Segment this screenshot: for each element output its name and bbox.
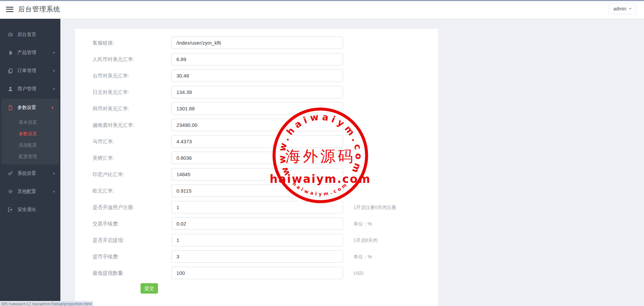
sidebar-item-label: 参数设置 [17,105,52,111]
form-row-service-link: 客服链接: [75,37,438,49]
svg-text:B: B [9,50,12,55]
form-row-gbp-rate: 英镑汇率: [75,152,438,164]
field-label-min-withdraw: 最低提现数量: [93,267,124,279]
form-row-idr-rate: 印尼卢比汇率: [75,169,438,180]
gear-icon [7,189,13,195]
field-hint-trade-fee: 单位：% [354,218,372,230]
sidebar-subitem-add-config[interactable]: 添加配置 [1,140,59,151]
field-label-withdraw-open: 是否开启提现: [93,235,124,246]
trade-fee-field[interactable] [171,217,343,230]
sidebar-item-label: 产品管理 [17,50,53,56]
eur-rate-field[interactable] [171,185,343,197]
form-row-krw-usd-rate: 韩币对美元汇率: [75,103,438,114]
bitcoin-icon: B [7,50,13,56]
sidebar-menu: 后台首页B产品管理订单管理用户管理参数设置基本设置参数设置添加配置配置管理系统设… [0,19,60,219]
sidebar-item-logout[interactable]: 安全退出 [0,201,60,219]
user-menu-button[interactable]: admin [608,3,637,14]
sidebar-group-params: 参数设置基本设置参数设置添加配置配置管理 [1,99,59,164]
sidebar-item-label: 订单管理 [17,68,53,74]
sidebar-item-label: 用户管理 [17,86,53,92]
settings-form-card: 客服链接:人民币对美元汇率:台币对美元汇率:日元对美元汇率:韩币对美元汇率:越南… [75,29,438,306]
field-label-vnd-usd-rate: 越南盾对美元汇率: [93,119,134,131]
status-link-text-highlight: etup/proportion.html [55,302,92,306]
sidebar-item-other[interactable]: 其他配置 [0,183,60,201]
field-label-service-link: 客服链接: [93,37,114,49]
form-row-withdraw-open: 是否开启提现:1开启0关闭 [75,235,438,246]
form-row-register-open: 是否开放用户注册:1开启注册0关闭注册 [75,202,438,213]
sidebar-item-label: 后台首页 [17,32,55,38]
field-label-cny-usd-rate: 人民币对美元汇率: [93,54,134,65]
signout-icon [7,207,13,213]
form-row-vnd-usd-rate: 越南盾对美元汇率: [75,119,438,131]
register-open-field[interactable] [171,201,343,213]
chevron-right-icon [53,190,55,193]
sidebar: 后台首页B产品管理订单管理用户管理参数设置基本设置参数设置添加配置配置管理系统设… [0,19,60,306]
field-hint-register-open: 1开启注册0关闭注册 [354,202,396,213]
sidebar-item-label: 安全退出 [17,207,55,213]
field-label-gbp-rate: 英镑汇率: [93,152,114,164]
form-row-withdraw-fee: 提币手续费:单位：% [75,251,438,262]
user-menu-label: admin [613,6,626,11]
sidebar-item-system[interactable]: 系统设置 [0,164,60,183]
sidebar-item-orders[interactable]: 订单管理 [0,62,60,80]
chevron-right-icon [53,172,55,175]
gears-icon [7,171,13,176]
form-row-trade-fee: 交易手续费:单位：% [75,218,438,230]
main-content: 客服链接:人民币对美元汇率:台币对美元汇率:日元对美元汇率:韩币对美元汇率:越南… [60,19,644,306]
service-link-field[interactable] [171,37,343,49]
field-label-eur-rate: 欧元汇率: [93,185,114,197]
sidebar-subitem-basic-settings[interactable]: 基本设置 [1,117,59,128]
field-hint-min-withdraw: USD [354,267,364,279]
submit-button[interactable]: 提交 [141,283,158,294]
chevron-right-icon [53,88,55,90]
jpy-usd-rate-field[interactable] [171,86,343,98]
form-row-twd-usd-rate: 台币对美元汇率: [75,70,438,82]
sidebar-item-label: 其他配置 [17,189,53,195]
myr-rate-field[interactable] [171,135,343,148]
orders-icon [7,68,13,74]
form-row-min-withdraw: 最低提现数量:USD [75,267,438,279]
user-icon [7,86,13,92]
top-accent-line [0,0,644,1]
form-row-jpy-usd-rate: 日元对美元汇率: [75,87,438,98]
gbp-rate-field[interactable] [171,152,343,164]
status-bar-link-preview: 385.haiwaiym12.top/admin/Setup/proportio… [0,301,93,306]
min-withdraw-field[interactable] [171,267,343,279]
idr-rate-field[interactable] [171,168,343,181]
field-label-register-open: 是否开放用户注册: [93,202,134,213]
cny-usd-rate-field[interactable] [171,53,343,65]
field-label-jpy-usd-rate: 日元对美元汇率: [93,87,129,98]
chevron-down-icon [629,8,632,10]
chevron-right-icon [52,106,54,109]
form-row-myr-rate: 马币汇率: [75,136,438,147]
field-hint-withdraw-fee: 单位：% [354,251,372,262]
sidebar-subitem-param-settings[interactable]: 参数设置 [1,128,59,140]
field-hint-withdraw-open: 1开启0关闭 [354,235,378,246]
menu-toggle-icon[interactable] [6,7,13,12]
form-row-eur-rate: 欧元汇率: [75,185,438,197]
vnd-usd-rate-field[interactable] [171,119,343,131]
field-label-myr-rate: 马币汇率: [93,136,114,147]
file-icon [7,105,13,111]
dashboard-icon [7,32,13,38]
withdraw-open-field[interactable] [171,234,343,246]
chevron-right-icon [53,51,55,54]
sidebar-item-label: 系统设置 [17,170,53,176]
sidebar-item-products[interactable]: B产品管理 [0,44,60,62]
form-row-cny-usd-rate: 人民币对美元汇率: [75,54,438,65]
chevron-right-icon [53,69,55,72]
sidebar-item-params[interactable]: 参数设置 [1,99,59,117]
krw-usd-rate-field[interactable] [171,102,343,115]
withdraw-fee-field[interactable] [171,250,343,263]
field-label-withdraw-fee: 提币手续费: [93,251,119,262]
field-label-twd-usd-rate: 台币对美元汇率: [93,70,129,82]
field-label-krw-usd-rate: 韩币对美元汇率: [93,103,129,114]
field-label-trade-fee: 交易手续费: [93,218,119,230]
twd-usd-rate-field[interactable] [171,69,343,82]
sidebar-item-users[interactable]: 用户管理 [0,80,60,98]
sidebar-item-dashboard[interactable]: 后台首页 [0,26,60,44]
sidebar-subitem-config-manage[interactable]: 配置管理 [1,151,59,162]
topbar: 后台管理系统 admin [0,0,644,19]
page-title: 后台管理系统 [18,5,60,14]
status-link-text: 385.haiwaiym12.top/admin/S [1,302,55,306]
